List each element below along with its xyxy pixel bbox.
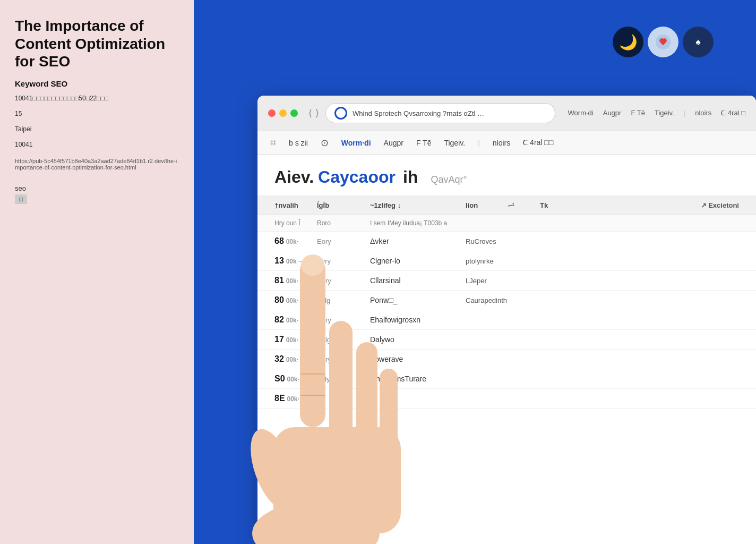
navbar-icon-main: ⌗	[270, 137, 276, 149]
table-row: 68 00k· Eory Δvker RuCroves	[257, 232, 756, 251]
table-row: 13 00k→ Byry Clgner-lo ptolynrke	[257, 251, 756, 271]
spade-icon: ♠	[690, 33, 707, 50]
sub-sem: I sem IMey iludua¡ T003b a	[370, 219, 466, 227]
forward-button[interactable]: ⟩	[315, 107, 319, 119]
icon-heart	[648, 27, 678, 57]
navbar-item-4ral[interactable]: Ꞇ 4ral □□	[523, 138, 553, 147]
name-1: Δvker	[370, 237, 466, 245]
left-panel: The Importance of Content Optimization f…	[0, 0, 194, 544]
change-7: Bory	[317, 355, 370, 363]
name-7: Eowerave	[370, 355, 466, 363]
rank-7: 32 00k·	[274, 354, 317, 364]
extra-2: ptolynrke	[466, 257, 739, 265]
toolbar-item-6[interactable]: Ꞇ 4ral □	[721, 109, 745, 117]
page-title-row: Aiev. Caycaoor ih QavAqr°	[274, 167, 739, 187]
th-filter[interactable]: ~1zlifeg ↓	[370, 201, 466, 209]
table-row: 81 00k· Egry Cllarsinal LJeper	[257, 271, 756, 291]
th-invalih[interactable]: †nvalih	[274, 201, 317, 209]
article-url: https://pub-5c454f571b8e40a3a2aad27ade84…	[15, 158, 179, 171]
browser-content: Aiev. Caycaoor ih QavAqr° †nvalih ĺgÏb ~…	[257, 155, 756, 544]
table-row: S0 00k· Nilly OhrepemsTurare	[257, 369, 756, 389]
navbar-item-worm[interactable]: Worm·di	[341, 139, 371, 147]
top-icons: 🌙 ♠	[613, 27, 714, 57]
name-2: Clgner-lo	[370, 257, 466, 265]
traffic-light-green[interactable]	[290, 109, 298, 117]
sub-hryoun: Hry oun Ī	[274, 219, 317, 227]
site-icon	[334, 107, 347, 120]
navbar-item-te[interactable]: F Tē	[416, 139, 432, 147]
page-title-blue: Caycaoor	[318, 167, 396, 187]
address-text: Whind Sprotech Qvsarroxing ?rnats αZtl …	[353, 109, 484, 117]
traffic-lights	[268, 109, 298, 117]
change-5: Bury	[317, 316, 370, 324]
change-1: Eory	[317, 237, 370, 245]
th-tk[interactable]: Tk	[540, 201, 548, 209]
th-lion[interactable]: lion	[466, 201, 508, 209]
table-container: †nvalih ĺgÏb ~1zlifeg ↓ lion ⌐¹ Tk ↗ Exc…	[257, 196, 756, 409]
toolbar-item-4[interactable]: Tigeiv.	[655, 109, 674, 117]
right-area: 🌙 ♠ ⟨ ⟩ Whind Sprotech Qvsarroxing ?rnat…	[194, 0, 756, 544]
tag-seo: seo □	[15, 184, 179, 204]
traffic-light-yellow[interactable]	[279, 109, 287, 117]
rank-2: 13 00k→	[274, 256, 317, 266]
table-row: 82 00k· Bury Ehalfowigrosxn	[257, 310, 756, 330]
toolbar-item-2[interactable]: Augpr	[603, 109, 622, 117]
table-row: 32 00k· Bory Eowerave	[257, 350, 756, 369]
change-8: Nilly	[317, 375, 370, 383]
toolbar-item-1[interactable]: Worm·di	[568, 109, 594, 117]
icon-moon: 🌙	[613, 27, 643, 57]
name-8: OhrepemsTurare	[370, 375, 466, 383]
navbar-item-tiger[interactable]: Tigeiv.	[444, 139, 465, 147]
change-4: Bylg	[317, 296, 370, 304]
navbar-item-augpr[interactable]: Augpr	[384, 139, 403, 147]
sub-roro: Roro	[317, 219, 370, 227]
navbar-divider: |	[478, 139, 480, 147]
meta-count: 15	[15, 109, 179, 119]
navbar-icon-2: ⊙	[321, 137, 329, 149]
svg-text:♠: ♠	[695, 37, 701, 47]
change-3: Egry	[317, 277, 370, 285]
extra-3: LJeper	[466, 277, 739, 285]
extra-1: RuCroves	[466, 237, 739, 245]
navbar-item-nloirs[interactable]: nloirs	[493, 139, 510, 147]
keyword-label: Keyword SEO	[15, 79, 179, 88]
page-subtitle: QavAqr°	[431, 174, 467, 185]
browser-navbar: ⌗ b s zii ⊙ Worm·di Augpr F Tē Tigeiv. |…	[257, 131, 756, 155]
icon-spade: ♠	[683, 27, 714, 57]
browser-window: ⟨ ⟩ Whind Sprotech Qvsarroxing ?rnats αZ…	[257, 96, 756, 544]
rank-5: 82 00k·	[274, 315, 317, 325]
toolbar-item-3[interactable]: F Tē	[631, 109, 645, 117]
traffic-light-red[interactable]	[268, 109, 276, 117]
address-bar[interactable]: Whind Sprotech Qvsarroxing ?rnats αZtl …	[325, 103, 555, 123]
page-title-normal: Aiev.	[274, 167, 314, 187]
rank-1: 68 00k·	[274, 236, 317, 246]
table-header: †nvalih ĺgÏb ~1zlifeg ↓ lion ⌐¹ Tk ↗ Exc…	[257, 196, 756, 215]
meta-city: Taipei	[15, 124, 179, 134]
article-title: The Importance of Content Optimization f…	[15, 17, 179, 71]
meta-code: 10041	[15, 140, 179, 150]
th-lgtb[interactable]: ĺgÏb	[317, 201, 370, 209]
page-header: Aiev. Caycaoor ih QavAqr°	[257, 155, 756, 196]
change-6: Rylg	[317, 336, 370, 344]
name-3: Cllarsinal	[370, 276, 466, 285]
name-5: Ehalfowigrosxn	[370, 316, 466, 324]
rank-3: 81 00k·	[274, 276, 317, 285]
name-4: Ponw□_	[370, 296, 466, 304]
extra-4: Caurapedinth	[466, 296, 739, 304]
nav-arrows[interactable]: ⟨ ⟩	[308, 107, 319, 119]
browser-toolbar: Worm·di Augpr F Tē Tigeiv. | nloirs Ꞇ 4r…	[568, 109, 745, 117]
rank-4: 80 00k·	[274, 295, 317, 305]
table-row: 8E 00k·	[257, 389, 756, 409]
table-row: 80 00k· Bylg Ponw□_ Caurapedinth	[257, 291, 756, 310]
name-6: Dalywo	[370, 335, 466, 344]
change-2: Byry	[317, 257, 370, 265]
th-excl[interactable]: ↗ Excietoni	[701, 201, 739, 209]
th-col5[interactable]: ⌐¹	[508, 201, 540, 209]
sub-header: Hry oun Ī Roro I sem IMey iludua¡ T003b …	[257, 215, 756, 232]
navbar-item-1[interactable]: b s zii	[289, 139, 308, 147]
back-button[interactable]: ⟨	[308, 107, 312, 119]
toolbar-divider: |	[684, 109, 685, 117]
heart-icon	[656, 35, 671, 49]
toolbar-item-5[interactable]: nloirs	[695, 109, 711, 117]
rank-6: 17 00k·	[274, 335, 317, 344]
